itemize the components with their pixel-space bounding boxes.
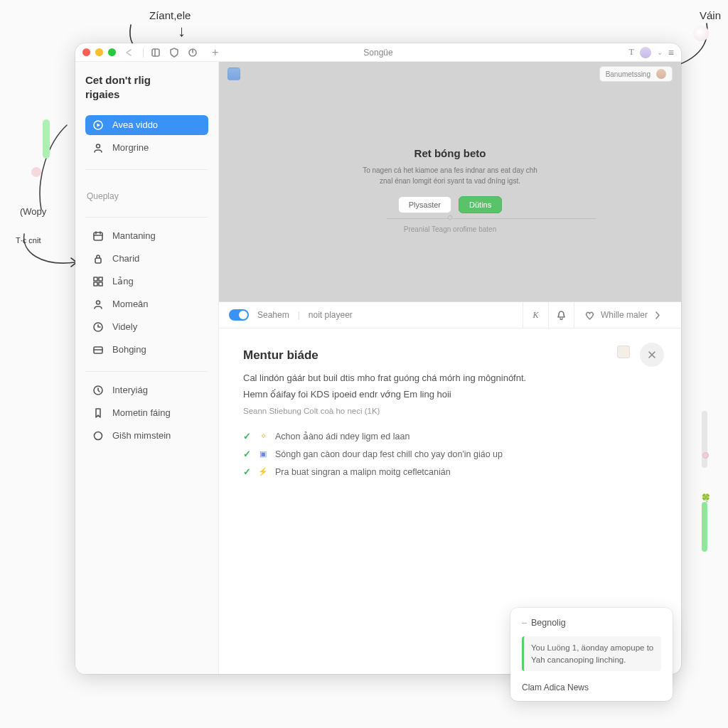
lock-icon [92,253,104,264]
titlebar: + Songüe T ⌄ ≡ [75,43,681,62]
strip-favorite-button[interactable]: Whille maler [574,302,671,328]
sidebar-item-4[interactable]: Videly [85,317,208,337]
chevron-right-icon [653,310,661,321]
sidebar-item-label: Avea viddo [112,119,158,130]
back-icon[interactable] [123,48,136,58]
svg-point-3 [97,144,100,148]
minimize-window-button[interactable] [95,48,103,56]
hero-center: Ret bóng beto To nagen cá het kiamoe ana… [219,147,681,213]
svg-rect-5 [95,258,101,263]
divider [387,218,596,219]
sidebar-item-1[interactable]: Charid [85,249,208,269]
power-icon[interactable] [188,48,198,58]
annotation-top-left: Zíant,ele ↓ [149,9,191,21]
chevron-down-icon[interactable]: ⌄ [657,48,663,56]
card-icon [92,344,104,355]
svg-rect-8 [94,282,97,286]
popup-heading: –Begnolig [522,618,661,628]
sidebar-group-label: Queplay [87,191,208,201]
dash-icon: – [522,618,527,628]
text-tool-icon[interactable]: T [628,47,633,58]
popup-link[interactable]: Clam Adica News [522,682,661,692]
sidebar-item-2[interactable]: Lảng [85,272,208,291]
content-heading: Mentur biáde [243,348,657,363]
sidebar-item-label: Momeân [112,299,149,309]
sidebar-item-3[interactable]: Momeân [85,294,208,314]
divider [85,169,208,170]
sidebar-item-label: Interyiág [112,385,148,395]
sidebar-item-label: Morgrine [112,142,149,153]
sidebar-item-primary-0[interactable]: Avea viddo [85,115,208,135]
sidebar-item-5[interactable]: Bohging [85,340,208,360]
window-controls [82,48,116,56]
deco-rail-bar-grey [702,411,707,468]
check-list: ✓ ✧ Achon ảàno ádi ndey ligm ed laan ✓ ▣… [243,431,657,477]
thumbnail-icon[interactable] [617,346,630,358]
annotation-top-right: Váin [700,9,721,21]
check-item-text: Achon ảàno ádi ndey ligm ed laan [275,431,410,441]
check-item-text: Pra buat singran a malipn moitg cefletca… [275,467,451,477]
sidebar-footer-2[interactable]: Gišh mimstein [85,426,208,446]
close-window-button[interactable] [82,48,90,56]
svg-rect-4 [94,232,102,240]
divider [143,48,144,58]
new-tab-button[interactable]: + [212,47,218,58]
sidebar-item-label: Mantaning [112,230,156,241]
close-button[interactable] [640,343,664,367]
toggle-switch[interactable] [229,309,249,321]
svg-rect-9 [99,282,102,286]
app-icon[interactable] [228,68,240,80]
sidebar-item-0[interactable]: Mantaning [85,226,208,246]
sidebar-item-primary-1[interactable]: Morgrine [85,138,208,158]
panel-icon[interactable] [151,48,161,58]
app-window: + Songüe T ⌄ ≡ Cet don't rligrigaies Ave… [75,43,681,674]
sidebar-footer-0[interactable]: Interyiág [85,380,208,400]
strip-bell-button[interactable] [548,302,574,328]
hero-account-pill[interactable]: Banumetssing [599,66,673,82]
avatar[interactable] [640,47,651,58]
svg-point-10 [97,301,100,304]
check-item: ✓ ▣ Sóngh gan càon dour dap fest chill c… [243,449,657,459]
cube-icon: ▣ [258,449,268,459]
hero-primary-button[interactable]: Dütins [459,196,502,213]
shield-icon[interactable] [169,48,179,58]
content-lead-1: Cal lindón gáár but buil dtis mho frat g… [243,373,584,383]
divider [85,371,208,372]
menu-icon[interactable]: ≡ [668,47,674,58]
sidebar-title: Cet don't rligrigaies [85,73,208,102]
bolt-icon: ⚡ [258,467,268,477]
spark-icon: ✧ [258,432,268,441]
svg-point-14 [95,432,102,439]
strip-label-a: Seahem [257,310,289,320]
check-icon: ✓ [243,466,251,477]
grid-icon [92,276,104,287]
check-item-text: Sóngh gan càon dour dap fest chill cho y… [275,449,503,459]
annotation-curve-icon [34,121,70,213]
zoom-window-button[interactable] [108,48,116,56]
letter-k-icon: K [532,310,538,321]
circle-icon [92,430,104,441]
sidebar-item-label: Gišh mimstein [112,430,171,441]
main-area: Banumetssing Ret bóng beto To nagen cá h… [219,62,681,674]
annotation-tc: T·c cnit [16,236,41,245]
popup-message: You Luöng 1, äonday amopupe to Yah canca… [522,636,661,671]
sidebar-footer-1[interactable]: Mometin fáing [85,403,208,423]
check-icon: ✓ [243,431,251,441]
svg-rect-0 [152,49,159,56]
strip-k-button[interactable]: K [523,302,548,328]
notification-popup: –Begnolig You Luöng 1, äonday amopupe to… [510,608,673,701]
close-icon [647,350,657,360]
bell-icon [556,310,567,321]
content-byline: Seann Stiebung Colt coà ho neci (1K) [243,407,657,415]
divider [85,217,208,218]
history-icon [92,385,104,396]
svg-rect-7 [99,277,102,281]
sidebar-item-label: Videly [112,321,137,332]
avatar [656,69,666,79]
hero-secondary-button[interactable]: Plysaster [398,196,451,213]
check-icon: ✓ [243,449,251,459]
calendar-icon [92,230,104,242]
deco-earbud [693,26,709,41]
content-lead-2: Hemn ốáifay foi KDS ipoeid endr vớng Em … [243,389,657,400]
hero-footnote: Preanial Teagn orofime baten [219,225,681,233]
